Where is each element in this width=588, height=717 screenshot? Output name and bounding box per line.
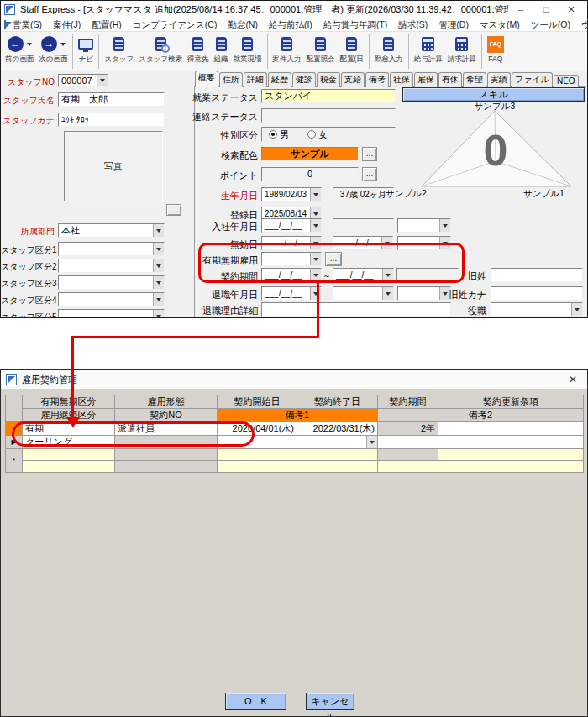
invalid-combobox[interactable] [397, 236, 451, 250]
dropdown-icon[interactable] [571, 303, 582, 316]
close-button[interactable]: ✕ [559, 2, 584, 18]
toolbar-project-entry[interactable]: 案件入力 [270, 33, 304, 71]
new-cell-note1[interactable] [218, 461, 378, 473]
toolbar-billing-calc[interactable]: 請求計算 [445, 33, 479, 71]
record1-current-marker[interactable]: ▶ [6, 436, 23, 449]
search-color-more-button[interactable]: ... [362, 147, 377, 161]
staff-kana-input[interactable]: ﾕｳｷ ﾀﾛｳ [58, 113, 165, 127]
employment-status-field[interactable]: スタンバイ [261, 89, 396, 103]
staff-no-combobox[interactable]: 000007 [58, 74, 108, 87]
tab-results[interactable]: 実績 [487, 72, 511, 87]
menu-tools[interactable]: ツール(O) [531, 19, 570, 31]
back-dropdown-icon[interactable] [27, 43, 32, 46]
new-cell-note2[interactable] [378, 461, 584, 473]
menu-advance-pay[interactable]: 給与前払(I) [269, 19, 312, 31]
new-cell-start-date[interactable] [218, 449, 297, 461]
dropdown-icon[interactable] [382, 269, 393, 281]
gender-male-radio[interactable]: 男 [269, 128, 289, 141]
note1-dropdown-icon[interactable] [366, 436, 377, 448]
staff-no-dropdown-icon[interactable] [97, 75, 108, 86]
dialog-close-button[interactable]: ✕ [564, 374, 582, 385]
tab-hope[interactable]: 希望 [463, 72, 486, 87]
staff-name-input[interactable]: 有期 太郎 [58, 92, 165, 107]
toolbar-staff-search[interactable]: スタッフ検索 [136, 33, 185, 71]
retire-reason-combobox[interactable] [333, 286, 394, 301]
tab-tax[interactable]: 税金 [317, 72, 340, 87]
fixed-term-more-button[interactable]: ... [325, 252, 342, 266]
department-combobox[interactable]: 本社 [58, 223, 165, 238]
record1-selector[interactable] [6, 422, 23, 436]
toolbar-forward[interactable]: → 次の画面 [36, 33, 70, 71]
staff-category2-combobox[interactable] [58, 259, 165, 273]
tab-career[interactable]: 経歴 [268, 72, 291, 87]
menu-master[interactable]: マスタ(M) [480, 19, 520, 31]
point-field[interactable]: 0 [261, 167, 359, 181]
dropdown-icon[interactable] [310, 269, 321, 281]
invalid-date-from-picker[interactable]: / / [261, 236, 322, 250]
staff-category1-combobox[interactable] [58, 242, 165, 256]
menu-project[interactable]: 案件(J) [53, 19, 81, 31]
minimize-button[interactable]: – [508, 2, 533, 18]
menu-payroll-bonus[interactable]: 給与賞与年調(T) [323, 19, 387, 31]
toolbar-navi[interactable]: ナビ [76, 33, 96, 71]
maximize-button[interactable]: □ [533, 2, 559, 18]
toolbar-faq[interactable]: FAQ FAQ [485, 33, 507, 71]
toolbar-back[interactable]: ← 前の画面 [3, 33, 36, 71]
cell-continuation[interactable]: クーリング [23, 436, 115, 449]
toolbar-payroll-calc[interactable]: 給与計算 [412, 33, 445, 71]
contact-status-field[interactable] [261, 108, 396, 123]
cell-note1-combobox[interactable] [218, 436, 378, 449]
new-record-selector[interactable]: * [6, 449, 23, 473]
dropdown-icon[interactable] [310, 253, 321, 265]
cell-note2[interactable] [378, 436, 584, 449]
new-cell-continuation[interactable] [23, 461, 115, 473]
menu-admin[interactable]: 管理(D) [438, 19, 469, 31]
birth-dropdown-icon[interactable] [310, 188, 321, 201]
invalid-date-to-picker[interactable]: / / [333, 236, 393, 250]
skill-button[interactable]: スキル [402, 87, 585, 102]
position-combobox[interactable] [491, 302, 583, 317]
tab-address[interactable]: 住所 [219, 72, 243, 87]
staff-category3-combobox[interactable] [58, 275, 165, 290]
dropdown-icon[interactable] [439, 219, 450, 232]
search-color-swatch[interactable]: サンプル [261, 147, 359, 161]
toolbar-staff[interactable]: スタッフ [102, 33, 136, 71]
staff-category4-combobox[interactable] [58, 292, 165, 306]
dropdown-icon[interactable] [382, 287, 393, 300]
menu-billing[interactable]: 請求(S) [398, 19, 428, 31]
point-more-button[interactable]: ... [362, 167, 377, 181]
toolbar-org[interactable]: 組織 [212, 33, 231, 71]
menu-compliance[interactable]: コンプライアンス(C) [133, 19, 218, 31]
old-name-input[interactable] [491, 268, 583, 282]
forward-dropdown-icon[interactable] [60, 43, 66, 46]
toolbar-assign-inquiry[interactable]: 配置照会 [304, 33, 338, 71]
new-cell-fixed-term[interactable] [23, 449, 115, 461]
tab-paid-leave[interactable]: 有休 [438, 72, 462, 87]
birth-date-picker[interactable]: 1989/02/03 [261, 187, 322, 201]
menu-attendance[interactable]: 勤怠(N) [228, 19, 258, 31]
old-kana-input[interactable] [491, 286, 583, 301]
toolbar-assign-day[interactable]: 配置(日 [338, 33, 366, 71]
new-cell-end-date[interactable] [297, 449, 378, 461]
toolbar-worksite[interactable]: 就業現場 [231, 33, 265, 71]
tab-employment-insurance[interactable]: 雇保 [414, 72, 438, 87]
dropdown-icon[interactable] [310, 237, 321, 249]
dropdown-icon[interactable] [439, 237, 450, 249]
tab-checkup[interactable]: 健診 [292, 72, 316, 87]
hire-dropdown-icon[interactable] [310, 219, 321, 232]
toolbar-client[interactable]: 得意先 [185, 33, 212, 71]
contract-to-picker[interactable]: ___/__/__ [333, 268, 394, 282]
dropdown-icon[interactable] [310, 287, 321, 300]
cell-end-date[interactable]: 2022/03/31(木) [297, 422, 378, 436]
cell-fixed-term[interactable]: 有期 [23, 422, 115, 436]
fixed-term-combobox[interactable] [261, 252, 322, 266]
cancel-button[interactable]: キャンセル [306, 693, 354, 710]
dropdown-icon[interactable] [381, 237, 392, 249]
menu-assign[interactable]: 配置(H) [92, 19, 122, 31]
menu-window[interactable]: ウィンドウ(W) [581, 19, 588, 31]
cell-renewal-clause[interactable] [438, 422, 584, 436]
tab-payment[interactable]: 支給 [341, 72, 365, 87]
tab-neo[interactable]: NEO [554, 75, 579, 87]
cell-employment-type[interactable]: 派遣社員 [115, 422, 218, 436]
tab-detail[interactable]: 詳細 [244, 72, 267, 87]
